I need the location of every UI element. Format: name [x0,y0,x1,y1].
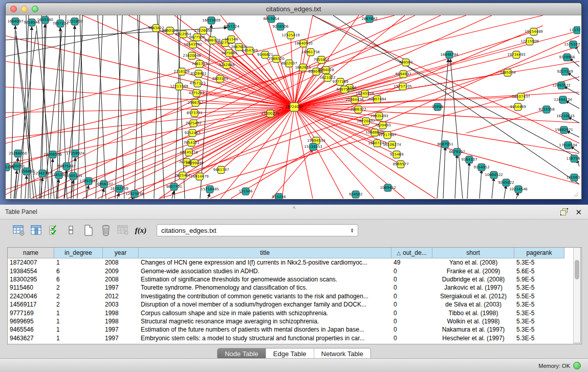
edge[interactable] [135,15,140,199]
table-cell: Nakamura et al. (1997) [432,326,514,333]
edge[interactable] [467,162,469,199]
node-label: 16543582 [184,42,202,47]
row-options-button[interactable] [63,223,79,238]
rows-icon [68,225,74,236]
table-cell: Estimation of significance thresholds fo… [139,276,391,283]
network-canvas[interactable]: 1872400796638228660128891295423226058982… [6,15,580,199]
citation-network-graph[interactable]: 1872400796638228660128891295423226058982… [6,15,580,199]
node-label: 1905130 [6,165,14,169]
edge[interactable] [175,15,181,199]
table-row[interactable]: 911546021997Tourette syndrome. Phenomeno… [8,283,581,292]
tab-edge-table[interactable]: Edge Table [266,348,314,359]
delete-table-button-disabled[interactable] [116,223,131,238]
delete-column-button[interactable] [98,223,114,238]
citation-edge[interactable] [294,52,311,107]
node-label: 9154469 [510,105,526,109]
node-label: 12215909 [520,39,539,43]
table-cell: Hescheler et al. (1997) [432,335,514,342]
edge[interactable] [11,26,15,199]
table-header-row: name in_degree year title △ out_de... sh… [8,248,581,258]
table-panel: ⇱ Table Panel ✕ [0,205,588,372]
citation-edge[interactable] [466,110,547,133]
checklist-icon [49,225,59,236]
edge[interactable] [437,59,448,199]
table-cell: 22420046 [8,293,54,300]
edge[interactable] [80,15,86,199]
function-builder-button[interactable]: f(x) [133,223,148,238]
node-label: 16210643 [556,114,575,118]
panel-resize-handle[interactable]: ⇱ [293,206,297,210]
node-label: 16099489 [185,161,204,165]
edge[interactable] [117,15,124,199]
edge[interactable] [480,170,482,199]
float-panel-icon[interactable] [560,208,568,215]
close-panel-icon[interactable]: ✕ [575,208,582,216]
node-label: 16033809 [202,18,221,23]
tab-node-table[interactable]: Node Table [217,348,266,359]
memory-status-label: Memory: OK [538,363,570,369]
delete-table-icon [117,225,129,236]
column-header-short[interactable]: short [432,248,514,258]
table-row[interactable]: 1830029562008Estimation of significance … [8,275,581,283]
table-cell: Wolkin et al. (1998) [432,318,514,325]
select-column-button[interactable] [29,223,44,238]
edge[interactable] [25,176,27,199]
column-header-title[interactable]: title [139,248,391,258]
table-row[interactable]: 977716911998Corpus callosum shape and si… [8,309,581,317]
edge[interactable] [115,15,122,199]
table-row[interactable]: 1456911722003Disruption of a novel membe… [8,300,581,309]
table-row[interactable]: 2242004622012Investigating the contribut… [8,292,581,300]
edge[interactable] [492,178,494,199]
resize-grip-icon[interactable] [572,190,579,198]
edge[interactable] [504,185,506,199]
edge[interactable] [455,155,457,199]
select-attributes-button[interactable] [46,223,61,238]
node-label: 17359924 [66,151,84,156]
table-body[interactable]: 1872400712008Changes of HCN gene express… [8,258,581,342]
citation-edge[interactable] [313,15,579,143]
column-header-year[interactable]: year [103,248,139,258]
table-row[interactable]: 946554611997Estimation of the future num… [8,325,581,334]
column-header-out-degree[interactable]: △ out_de... [391,248,432,258]
node-label: 9146821 [257,53,273,57]
table-cell: Jankovic et al. (1997) [432,284,514,291]
node-label: 18640910 [294,41,313,46]
network-window[interactable]: citations_edges.txt 18724007966382286601… [5,3,582,200]
table-cell: Stergiakouli et al. (2012) [432,293,514,300]
citation-edge[interactable] [272,149,313,199]
node-table[interactable]: name in_degree year title △ out_de... sh… [7,247,582,344]
node-label: 15998 [432,105,443,109]
edge[interactable] [138,15,144,199]
column-header-name[interactable]: name [8,248,54,258]
table-row[interactable]: 969969511998Structural magnetic resonanc… [8,317,581,325]
table-row[interactable]: 1938455462009Genome-wide association stu… [8,267,581,275]
node-label: 1069452 [380,186,396,190]
node-label: 4757123 [189,81,205,85]
citation-edge[interactable] [6,87,294,107]
table-row[interactable]: 946362711997Embryonic stem cells: a mode… [8,334,581,342]
table-vertical-scrollbar[interactable] [573,247,581,343]
table-cell: 1 [54,259,103,266]
table-settings-button[interactable] [11,223,27,238]
table-cell: 1 [54,318,103,325]
edge[interactable] [450,59,463,199]
edge[interactable] [6,26,159,56]
table-cell: 19384554 [8,268,54,275]
citation-edge[interactable] [294,107,343,199]
tab-network-table[interactable]: Network Table [314,348,371,359]
node-label: 16648784 [440,53,459,57]
table-cell: 0 [391,310,432,317]
table-row[interactable]: 1872400712008Changes of HCN gene express… [8,258,581,267]
network-window-titlebar[interactable]: citations_edges.txt [6,3,581,15]
table-select-dropdown[interactable]: citations_edges.txt ▲▼ [157,224,358,236]
column-header-in-degree[interactable]: in_degree [54,248,103,258]
node-label: 16106274 [383,143,401,147]
edge[interactable] [208,193,210,199]
create-column-button[interactable] [81,223,96,238]
edge[interactable] [443,147,445,199]
dropdown-stepper-icon: ▲▼ [348,228,358,233]
citation-edge[interactable] [6,61,294,107]
column-header-pagerank[interactable]: pagerank [514,248,564,258]
scrollbar-thumb[interactable] [575,260,579,279]
node-label: 1862615 [295,65,311,70]
